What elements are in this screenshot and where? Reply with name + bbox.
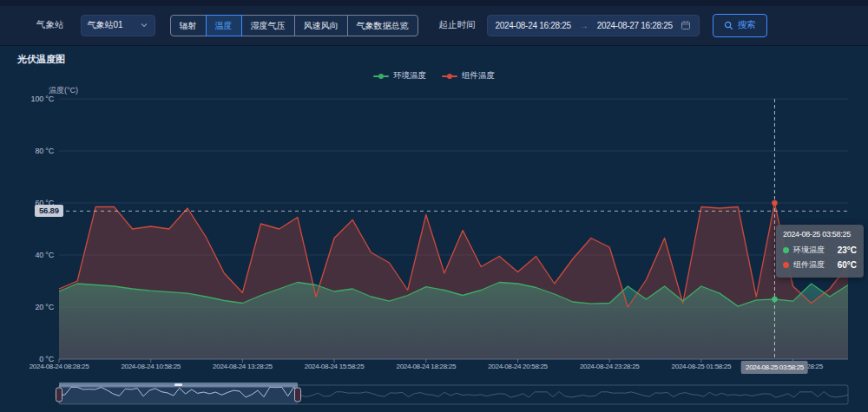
tab-wind[interactable]: 风速风向	[294, 15, 348, 36]
tooltip-series-name: 组件温度	[793, 259, 825, 271]
legend-marker-icon	[373, 73, 389, 80]
x-axis-label: 2024-08-25 01:58:25	[654, 363, 749, 370]
legend-label: 环境温度	[393, 70, 426, 82]
search-button-label: 搜索	[738, 19, 756, 31]
tooltip-series-name: 环境温度	[793, 245, 825, 256]
series-dot-icon	[783, 247, 789, 253]
metric-tabs: 辐射温度湿度气压风速风向气象数据总览	[170, 15, 418, 36]
y-axis-label: 80 °C	[12, 147, 54, 155]
page-title: 光伏温度图	[17, 53, 65, 66]
x-axis-label: 2024-08-24 10:58:25	[103, 363, 199, 370]
legend: 环境温度组件温度	[0, 70, 868, 82]
legend-item-module-temp[interactable]: 组件温度	[442, 70, 495, 82]
markline-value-badge: 56.89	[35, 205, 63, 217]
search-icon	[724, 21, 733, 30]
chart-tooltip: 2024-08-25 03:58:25 环境温度23°C组件温度60°C	[776, 225, 864, 278]
station-select[interactable]: 气象站01	[81, 15, 155, 36]
x-axis-label: 2024-08-24 13:28:25	[194, 363, 290, 370]
x-axis-label: 2024-08-24 08:28:25	[11, 363, 107, 370]
tooltip-rows: 环境温度23°C组件温度60°C	[783, 243, 857, 272]
legend-label: 组件温度	[462, 70, 495, 82]
module-temp-hover-dot	[772, 200, 777, 206]
x-axis-label: 2024-08-24 18:28:25	[378, 363, 474, 370]
legend-marker-icon	[442, 73, 457, 80]
calendar-icon	[681, 20, 691, 30]
tab-humidity-pressure[interactable]: 湿度气压	[241, 15, 295, 36]
range-label: 起止时间	[439, 19, 476, 31]
ambient-temp-hover-dot	[772, 297, 777, 302]
y-axis-label: 100 °C	[12, 95, 54, 103]
x-axis-label: 2024-08-24 20:58:25	[470, 363, 565, 370]
date-start-value[interactable]: 2024-08-24 16:28:25	[496, 21, 571, 30]
y-axis-label: 40 °C	[12, 251, 54, 259]
toolbar: 气象站 气象站01 辐射温度湿度气压风速风向气象数据总览 起止时间 2024-0…	[0, 0, 868, 46]
tooltip-row: 环境温度23°C	[783, 243, 857, 258]
tooltip-title: 2024-08-25 03:58:25	[783, 230, 857, 239]
datazoom-handle-right[interactable]	[295, 388, 301, 402]
tooltip-series-value: 23°C	[838, 245, 857, 255]
y-axis-label: 20 °C	[12, 303, 54, 311]
chevron-down-icon	[140, 21, 148, 29]
tab-temperature[interactable]: 温度	[206, 15, 242, 36]
date-range-picker[interactable]: 2024-08-24 16:28:25 → 2024-08-27 16:28:2…	[487, 15, 700, 36]
date-range-arrow-icon: →	[580, 21, 589, 30]
tooltip-series-value: 60°C	[838, 260, 857, 270]
station-select-value: 气象站01	[88, 19, 123, 31]
top-edge-strip	[0, 0, 868, 6]
tooltip-row: 组件温度60°C	[783, 258, 857, 272]
x-axis-label: 2024-08-24 15:58:25	[286, 363, 382, 370]
series-dot-icon	[783, 262, 789, 268]
datazoom-move-grip[interactable]	[174, 383, 182, 386]
datazoom-window[interactable]	[59, 385, 298, 404]
station-label: 气象站	[36, 19, 64, 31]
axis-pointer-badge: 2024-08-25 03:58:25	[741, 361, 808, 374]
x-axis-label: 2024-08-24 23:28:25	[562, 363, 657, 370]
datazoom-handle-left[interactable]	[56, 388, 62, 402]
tab-weather-overview[interactable]: 气象数据总览	[347, 15, 418, 36]
temperature-chart-canvas	[0, 0, 868, 412]
date-end-value[interactable]: 2024-08-27 16:28:25	[597, 21, 673, 30]
tab-radiation[interactable]: 辐射	[170, 15, 207, 36]
search-button[interactable]: 搜索	[713, 14, 767, 37]
legend-item-ambient-temp[interactable]: 环境温度	[373, 70, 426, 82]
